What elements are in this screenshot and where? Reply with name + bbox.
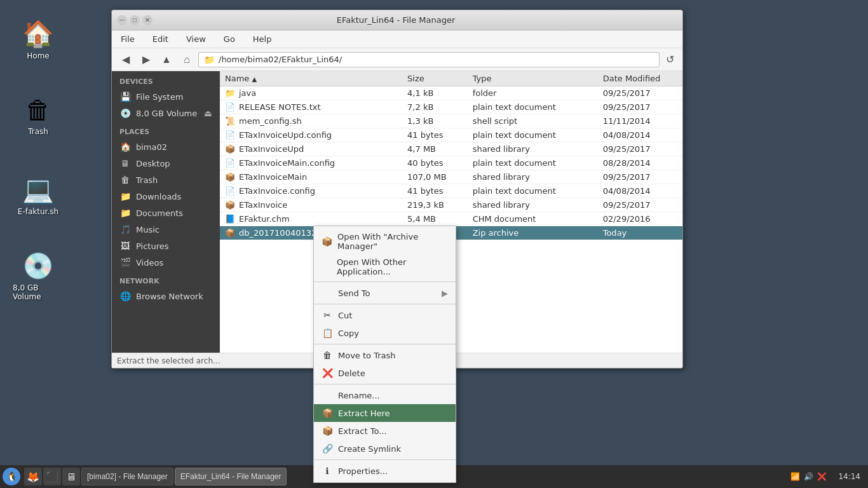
table-row[interactable]: 📄 ETaxInvoiceMain.config 40 bytes plain … [220,156,682,170]
ctx-label-copy: Copy [338,329,359,338]
taskbar-browser-icon[interactable]: 🦊 [24,468,42,485]
context-menu-item-cut[interactable]: ✂ Cut [314,306,456,324]
maximize-button[interactable]: □ [130,15,140,25]
file-date: 02/29/2016 [598,212,682,226]
sidebar-item-browse-network[interactable]: 🌐 Browse Network [112,288,220,304]
file-name: ETaxInvoice.config [239,186,315,196]
file-type-icon: 📄 [225,186,235,196]
context-menu-separator [314,459,456,460]
file-size: 41 bytes [402,128,468,142]
column-type[interactable]: Type [468,71,598,86]
sidebar-item-bima02[interactable]: 🏠 bima02 [112,139,220,155]
file-type-icon: 📦 [225,228,235,238]
up-button[interactable]: ▲ [158,51,175,69]
sidebar-item-pictures[interactable]: 🖼 Pictures [112,238,220,254]
address-bar[interactable]: 📁 /home/bima02/EFaktur_Lin64/ [198,52,660,67]
table-row[interactable]: 📦 ETaxInvoice 219,3 kB shared library 09… [220,198,682,212]
sidebar-item-documents[interactable]: 📁 Documents [112,205,220,221]
menu-view[interactable]: View [182,33,210,45]
context-menu-item-delete[interactable]: ❌ Delete [314,364,456,382]
context-menu-item-create-symlink[interactable]: 🔗 Create Symlink [314,440,456,458]
bima02-label: bima02 [136,142,167,152]
context-menu-item-open-other[interactable]: Open With Other Application... [314,254,456,280]
ctx-label-extract-here: Extract Here [338,409,390,418]
eject-icon[interactable]: ⏏ [204,108,212,118]
sidebar-item-trash[interactable]: 🗑 Trash [112,172,220,188]
desktop-icon-home[interactable]: 🏠 Home [13,19,64,60]
file-size: 4,1 kB [402,86,468,100]
column-date[interactable]: Date Modified [598,71,682,86]
sidebar-item-music[interactable]: 🎵 Music [112,221,220,238]
context-menu-item-copy[interactable]: 📋 Copy [314,324,456,342]
music-label: Music [136,225,159,234]
ctx-label-extract-to: Extract To... [338,426,387,436]
ctx-icon-delete: ❌ [322,367,333,379]
sidebar-item-desktop[interactable]: 🖥 Desktop [112,155,220,172]
sidebar-item-volume[interactable]: 💿 8,0 GB Volume ⏏ [112,105,220,121]
file-type-icon: 📦 [225,200,235,210]
back-button[interactable]: ◀ [117,51,135,69]
context-menu-item-move-to-trash[interactable]: 🗑 Move to Trash [314,346,456,364]
file-type-icon: 📦 [225,144,235,154]
network-header: NETWORK [112,271,220,288]
close-button[interactable]: ✕ [142,15,153,25]
context-menu-item-rename[interactable]: Rename... [314,386,456,404]
window-title: EFaktur_Lin64 - File Manager [153,15,639,25]
menu-help[interactable]: Help [249,33,276,45]
table-row[interactable]: 📁 java 4,1 kB folder 09/25/2017 [220,86,682,100]
file-type-icon: 📦 [225,172,235,182]
start-button[interactable]: 🐧 [3,468,20,485]
file-icon: 📄 ETaxInvoiceMain.config [225,158,335,168]
taskbar-window-bima02[interactable]: [bima02] - File Manager [81,468,173,485]
forward-button[interactable]: ▶ [137,51,155,69]
menu-go[interactable]: Go [220,33,239,45]
table-row[interactable]: 📄 RELEASE NOTES.txt 7,2 kB plain text do… [220,100,682,114]
table-row[interactable]: 📜 mem_config.sh 1,3 kB shell script 11/1… [220,114,682,128]
close-icon: ❌ [817,472,827,481]
sidebar-item-downloads[interactable]: 📁 Downloads [112,188,220,205]
ctx-label-move-to-trash: Move to Trash [338,351,396,360]
refresh-button[interactable]: ↺ [662,52,677,67]
taskbar-window-efaktur[interactable]: EFaktur_Lin64 - File Manager [175,468,287,485]
menu-file[interactable]: File [117,33,139,45]
file-size: 41 bytes [402,184,468,198]
table-row[interactable]: 📦 ETaxInvoiceMain 107,0 MB shared librar… [220,170,682,184]
file-icon: 📁 java [225,88,256,98]
context-menu-item-extract-here[interactable]: 📦 Extract Here [314,404,456,422]
file-type: CHM document [468,212,598,226]
sidebar-item-filesystem[interactable]: 💾 File System [112,88,220,105]
column-name[interactable]: Name ▲ [220,71,402,86]
ctx-icon-move-to-trash: 🗑 [322,349,333,361]
ctx-label-open-archive: Open With "Archive Manager" [337,232,448,251]
volume-icon: 🔊 [804,472,813,481]
trash-sidebar-icon: 🗑 [119,174,131,186]
desktop-icon-volume[interactable]: 💿 8,0 GB Volume [13,251,64,301]
file-name: ETaxInvoiceUpd.config [239,130,332,140]
desktop-icon-trash[interactable]: 🗑 Trash [13,95,64,136]
music-icon: 🎵 [119,224,131,235]
desktop-icon-efaktur[interactable]: 💻 E-faktur.sh [13,175,64,216]
context-menu-item-send-to[interactable]: Send To ▶ [314,284,456,302]
table-row[interactable]: 📘 EFaktur.chm 5,4 MB CHM document 02/29/… [220,212,682,226]
file-icon: 📦 ETaxInvoiceMain [225,172,307,182]
sidebar-item-videos[interactable]: 🎬 Videos [112,254,220,271]
taskbar-terminal-icon[interactable]: ⬛ [43,468,61,485]
menu-edit[interactable]: Edit [149,33,172,45]
file-type: shared library [468,170,598,184]
address-text: /home/bima02/EFaktur_Lin64/ [219,55,342,64]
column-size[interactable]: Size [402,71,468,86]
file-type: shell script [468,114,598,128]
context-menu-item-open-archive[interactable]: 📦 Open With "Archive Manager" [314,229,456,254]
ctx-label-cut: Cut [338,311,352,320]
table-row[interactable]: 📦 ETaxInvoiceUpd 4,7 MB shared library 0… [220,142,682,156]
file-date: 11/11/2014 [598,114,682,128]
context-menu-item-properties[interactable]: ℹ Properties... [314,462,456,480]
home-button[interactable]: ⌂ [178,51,196,69]
table-row[interactable]: 📄 ETaxInvoice.config 41 bytes plain text… [220,184,682,198]
taskbar-files-icon[interactable]: 🖥 [62,468,80,485]
context-menu-item-extract-to[interactable]: 📦 Extract To... [314,422,456,440]
file-type: Zip archive [468,226,598,240]
minimize-button[interactable]: ─ [117,15,127,25]
taskbar-window-efaktur-label: EFaktur_Lin64 - File Manager [180,472,281,481]
table-row[interactable]: 📄 ETaxInvoiceUpd.config 41 bytes plain t… [220,128,682,142]
